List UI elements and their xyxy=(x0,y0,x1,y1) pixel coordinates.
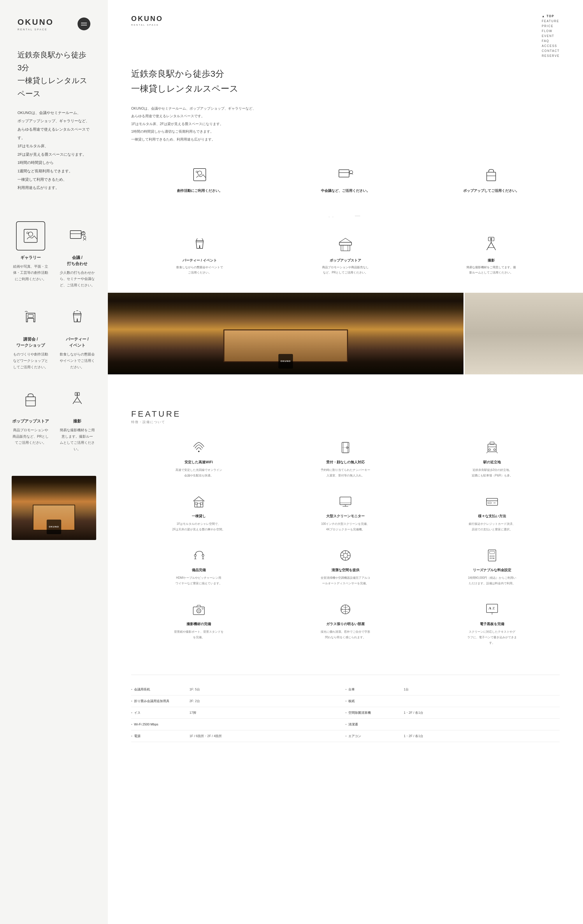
svg-point-71 xyxy=(492,556,493,557)
feature-wifi: 安定した高速WiFi 高速で安定した光回線でオンライン会議や生配信も快適。 xyxy=(131,439,266,478)
wifi-desc: 高速で安定した光回線でオンライン会議や生配信も快適。 xyxy=(176,467,222,478)
hamburger-button[interactable] xyxy=(77,18,91,30)
camera-desc: 背景紙や撮影ポート、背景スタンドをを完備。 xyxy=(174,629,224,640)
spec-value-ac: 1・2F / 各1台 xyxy=(404,734,560,738)
left-hero-body: OKUNOは、会議やセミナールーム、 ポップアップショップ、ギャラリーなど、 あ… xyxy=(18,109,91,192)
spec-row-2: 折り畳み会議用追加用具 2F: 2台 板紙 xyxy=(131,695,560,707)
monitor-title: 大型スクリーンモニター xyxy=(326,514,365,519)
whiteboard-desc: スクリーンに対応したテキストやグラフに、電子ペンで書き込みができます。 xyxy=(467,629,517,645)
spec-row-1: 会議用長机 1F: 5台 台車 1台 xyxy=(131,684,560,695)
spec-value-chairs: 17脚 xyxy=(189,711,346,715)
left-header: OKUNO RENTAL SPACE xyxy=(0,0,108,43)
nav-contact[interactable]: CONTACT xyxy=(542,49,560,53)
side-photo xyxy=(464,293,583,375)
svg-line-45 xyxy=(496,452,498,453)
feature-camera: 撮影機材の完備 背景紙や撮影ポート、背景スタンドをを完備。 xyxy=(131,601,266,645)
spec-label-fold: 折り畳み会議用追加用具 xyxy=(131,699,189,703)
cashless-title: 様々な支払い方法 xyxy=(478,514,506,519)
svg-rect-24 xyxy=(487,172,496,181)
nav-event[interactable]: EVENT xyxy=(542,35,560,38)
svg-point-78 xyxy=(198,610,200,612)
whole-icon xyxy=(192,493,206,510)
right-photo-strip: OKUNO xyxy=(108,293,583,375)
logo-text-right: OKUNO xyxy=(131,15,163,23)
rf-party-icon xyxy=(191,236,208,255)
svg-rect-47 xyxy=(194,501,203,507)
building-facade: OKUNO xyxy=(108,293,463,375)
camera-icon xyxy=(192,601,206,618)
feature-section-header: FEATURE 特徴・設備について xyxy=(131,409,560,424)
logo-subtitle-right: RENTAL SPACE xyxy=(131,24,163,26)
svg-rect-56 xyxy=(486,498,497,505)
left-panel: OKUNO RENTAL SPACE 近鉄奈良駅から徒歩3分 一棟貸しレンタルス… xyxy=(0,0,108,924)
svg-point-70 xyxy=(490,556,491,557)
svg-point-7 xyxy=(83,236,86,239)
gallery-icon xyxy=(16,221,45,251)
nav-feature[interactable]: FEATURE xyxy=(542,20,560,23)
left-features: ギャラリー 絵画や写真、平面・立体・工芸等の創作活動にご利用ください。 会議 /… xyxy=(0,204,108,470)
nav-price[interactable]: PRICE xyxy=(542,25,560,28)
nav-top[interactable]: ▲ TOP xyxy=(542,15,560,18)
meeting-icon xyxy=(63,221,92,251)
nav-reserve[interactable]: RESERVE xyxy=(542,54,560,58)
workshop-title: 講習会 /ワークショップ xyxy=(16,336,45,348)
meeting-desc: 少人数の打ち合わせから、セミナーや会議など、ご活用ください。 xyxy=(60,270,95,289)
svg-point-1 xyxy=(28,232,33,236)
svg-rect-18 xyxy=(194,168,206,181)
svg-point-79 xyxy=(202,608,203,609)
spec-value-fold: 2F: 2台 xyxy=(189,699,346,703)
feature-cable: 備品完備 HDMIケーブルやピッチャーレン用ワイヤーなど豊富に揃えています。 xyxy=(131,547,266,586)
spec-label-ac: エアコン xyxy=(346,734,404,738)
spec-value-purifier: 1・2F / 各1台 xyxy=(404,711,560,715)
spec-label-power: 電源 xyxy=(131,734,189,738)
gallery-title: ギャラリー xyxy=(20,254,41,261)
svg-rect-58 xyxy=(488,502,491,503)
spec-label-chairs: イス xyxy=(131,711,189,715)
spec-label-board: 板紙 xyxy=(346,699,404,703)
svg-point-74 xyxy=(492,558,493,559)
feature-whiteboard: A Z 電子黒板を完備 スクリーンに対応したテキストやグラフに、電子ペンで書き込… xyxy=(425,601,560,645)
svg-rect-51 xyxy=(340,497,351,505)
popup-title: ポップアップストア xyxy=(12,418,49,424)
rf-bag: ポップアップしてご活用ください。 xyxy=(423,167,560,195)
spec-value-tables: 1F: 5台 xyxy=(189,687,346,691)
party-icon xyxy=(63,303,92,332)
svg-point-42 xyxy=(489,449,491,450)
rf-party-desc: 飲食しながらの懇親会やイベントでご活用ください。 xyxy=(176,265,223,275)
svg-point-72 xyxy=(494,556,495,557)
svg-line-44 xyxy=(486,452,488,453)
svg-point-73 xyxy=(490,558,491,559)
left-feature-party: パーティー /イベント 飲食しながらの懇親会やイベントでご活用ください。 xyxy=(58,303,96,370)
rf-popup-title: ポップアップストア xyxy=(330,258,361,263)
rf-tripod-title: 撮影 xyxy=(487,258,495,263)
nav-faq[interactable]: FAQ xyxy=(542,40,560,43)
svg-line-30 xyxy=(487,242,491,250)
svg-point-43 xyxy=(494,449,496,450)
svg-point-6 xyxy=(83,232,84,233)
popup-desc: 商品プロモーションや商品販売など、PRとしてご活用ください。 xyxy=(13,427,49,446)
feature-air: 清潔な空間を提供 全室清掃機や空調機器設備完了アルコールオートディスペンサーを完… xyxy=(278,547,413,586)
nav-flow[interactable]: FLOW xyxy=(542,30,560,33)
svg-point-2 xyxy=(27,232,28,234)
camera-title: 撮影機材の完備 xyxy=(186,622,211,627)
svg-rect-83 xyxy=(486,604,497,612)
rf-party-title: パーティー / イベント xyxy=(183,258,217,263)
station-icon xyxy=(485,439,499,456)
left-feature-meeting: 会議 /打ち合わせ 少人数の打ち合わせから、セミナーや会議など、ご活用ください。 xyxy=(58,221,96,289)
price-desc: 1時間¥3,000円（税込）からご利用いただけます。設備は料金内で利用。 xyxy=(468,575,516,586)
station-title: 駅の近立地 xyxy=(483,460,501,465)
svg-point-75 xyxy=(494,558,495,559)
feature-title-jp: 特徴・設備について xyxy=(131,420,560,424)
party-title: パーティー /イベント xyxy=(66,336,89,348)
right-nav-links: ▲ TOP FEATURE PRICE FLOW EVENT FAQ ACCES… xyxy=(542,15,560,58)
gallery-desc: 絵画や写真、平面・立体・工芸等の創作活動にご利用ください。 xyxy=(13,264,48,282)
feature-cashless: 様々な支払い方法 銀行振込やクレジットカード決済、店頭での支払いと豊富に選択。 xyxy=(425,493,560,532)
nav-access[interactable]: ACCESS xyxy=(542,44,560,48)
glass-desc: 採光に優れ清潔。窓外でご自分で字形問わなら明るく感じられます。 xyxy=(321,629,370,640)
rf-meeting-title: 中会議など、ご活用ください。 xyxy=(321,188,370,193)
photo-title: 撮影 xyxy=(73,418,81,424)
feature-grid: 安定した高速WiFi 高速で安定した光回線でオンライン会議や生配信も快適。 受付… xyxy=(131,439,560,645)
feature-keyless: 受付・顔なしの無人対応 予約時に割り当てられたナンバーキー入退室、受付等の無人入… xyxy=(278,439,413,478)
separator-dots: .. — xyxy=(131,213,560,219)
rf-tripod-desc: 簡易な撮影機材をご用意してます。撮影ルームとしてご活用ください。 xyxy=(466,265,516,275)
